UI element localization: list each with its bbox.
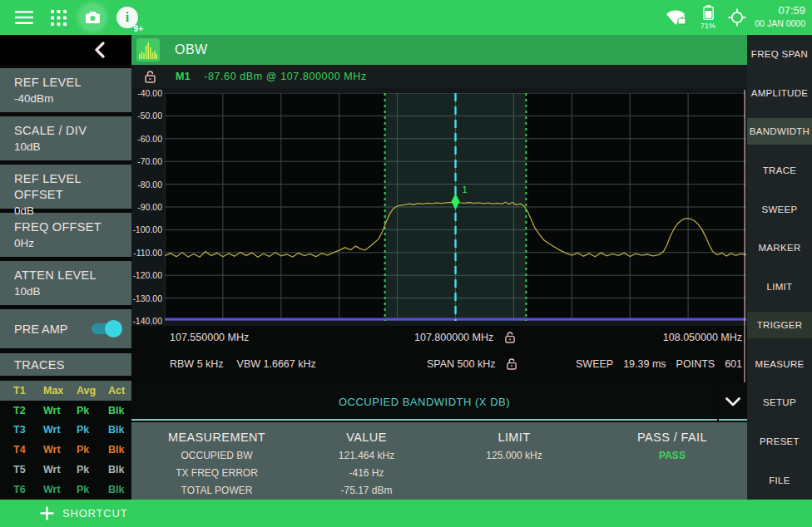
span-lock-icon[interactable] bbox=[507, 358, 517, 370]
wifi-status[interactable] bbox=[664, 0, 689, 35]
center-freq[interactable]: 107.800000 MHz bbox=[414, 332, 493, 343]
trace-cell: Act bbox=[108, 385, 131, 396]
shortcut-label: SHORTCUT bbox=[62, 507, 127, 520]
ref-level-value: -40dBm bbox=[14, 91, 131, 107]
menu-item-limit[interactable]: LIMIT bbox=[747, 267, 812, 306]
menu-item-sweep[interactable]: SWEEP bbox=[747, 190, 812, 229]
trace-cell: Avg bbox=[77, 385, 108, 396]
results-header-row: MEASUREMENT VALUE LIMIT PASS / FAIL bbox=[131, 427, 747, 447]
ref-level-button[interactable]: REF LEVEL -40dBm bbox=[0, 68, 131, 112]
menu-item-amplitude[interactable]: AMPLITUDE bbox=[747, 74, 812, 113]
add-shortcut-button[interactable] bbox=[40, 506, 54, 520]
marker-readout-bar[interactable]: M1 -87.60 dBm @ 107.800000 MHz bbox=[131, 65, 747, 88]
right-menu: FREQ SPANAMPLITUDEBANDWIDTHTRACESWEEPMAR… bbox=[747, 35, 812, 500]
points-value[interactable]: 601 bbox=[725, 358, 742, 370]
atten-level-button[interactable]: ATTEN LEVEL 10dB bbox=[0, 261, 131, 305]
trace-row-t3[interactable]: T3WrtPkBlk bbox=[0, 421, 131, 441]
trace-cell: Pk bbox=[77, 444, 108, 456]
y-axis-tick: -120.00 bbox=[131, 269, 162, 281]
menu-item-trigger[interactable]: TRIGGER bbox=[747, 306, 812, 345]
freq-offset-button[interactable]: FREQ OFFSET 0Hz bbox=[0, 213, 131, 257]
menu-item-preset[interactable]: PRESET bbox=[747, 422, 812, 461]
y-axis-tick: -70.00 bbox=[131, 155, 162, 167]
amplitude-controls: REF LEVEL -40dBm SCALE / DIV 10dB REF LE… bbox=[0, 68, 131, 376]
frequency-axis-row: 107.550000 MHz 107.800000 MHz 108.050000… bbox=[131, 326, 747, 351]
traces-header: TRACES bbox=[0, 353, 131, 376]
result-cell: 121.464 kHz bbox=[302, 447, 431, 465]
trace-cell: T5 bbox=[13, 464, 43, 475]
pre-amp-toggle[interactable] bbox=[92, 323, 120, 334]
y-axis-tick: -100.00 bbox=[131, 224, 162, 235]
menu-item-bandwidth[interactable]: BANDWIDTH bbox=[747, 112, 812, 151]
trace-cell: Blk bbox=[108, 444, 131, 456]
toggle-knob bbox=[105, 320, 122, 337]
menu-item-label: PRESET bbox=[747, 428, 812, 455]
apps-grid-icon[interactable] bbox=[47, 0, 69, 35]
menu-item-trace[interactable]: TRACE bbox=[747, 151, 812, 190]
menu-item-setup[interactable]: SETUP bbox=[747, 383, 812, 422]
result-row-occupied-bw: OCCUPIED BW121.464 kHz125.000 kHzPASS bbox=[131, 447, 747, 465]
trace-row-t1[interactable]: T1MaxAvgAct bbox=[0, 381, 131, 401]
notifications-button[interactable]: i 9+ bbox=[113, 0, 141, 35]
trace-cell: Wrt bbox=[43, 424, 77, 436]
result-cell bbox=[431, 482, 597, 500]
measurement-mode-label: OCCUPIED BANDWIDTH (X DB) bbox=[339, 396, 510, 408]
menu-item-marker[interactable]: MARKER bbox=[747, 229, 812, 268]
spectrum-icon bbox=[136, 38, 160, 62]
battery-percent: 71% bbox=[701, 22, 715, 30]
result-cell: TX FREQ ERROR bbox=[131, 465, 302, 482]
trace-row-t2[interactable]: T2WrtPkBlk bbox=[0, 401, 131, 421]
time-text: 07:59 bbox=[745, 3, 805, 17]
sweep-value[interactable]: 19.39 ms bbox=[623, 358, 666, 370]
dropdown-expand-button[interactable] bbox=[719, 384, 747, 421]
trace-cell: Blk bbox=[108, 424, 131, 436]
result-cell bbox=[597, 482, 747, 500]
trace-row-t5[interactable]: T5WrtPkBlk bbox=[0, 460, 131, 480]
y-axis-tick: -110.00 bbox=[131, 247, 162, 259]
battery-status[interactable]: 71% bbox=[697, 0, 719, 35]
spectrum-chart[interactable]: -40.00-50.00-60.00-70.00-80.00-90.00-100… bbox=[131, 88, 747, 326]
span-value[interactable]: SPAN 500 kHz bbox=[427, 358, 495, 370]
menu-item-measure[interactable]: MEASURE bbox=[747, 345, 812, 384]
atten-level-value: 10dB bbox=[14, 283, 131, 300]
trace-table: T1MaxAvgActT2WrtPkBlkT3WrtPkBlkT4WrtPkBl… bbox=[0, 381, 131, 500]
measurement-mode-bar[interactable]: OCCUPIED BANDWIDTH (X DB) bbox=[131, 384, 717, 421]
notification-badge: 9+ bbox=[134, 24, 143, 33]
rbw-value[interactable]: RBW 5 kHz bbox=[170, 358, 224, 370]
menu-icon[interactable] bbox=[12, 0, 37, 35]
start-freq[interactable]: 107.550000 MHz bbox=[170, 332, 249, 343]
trace-cell: T3 bbox=[13, 424, 43, 436]
trace-cell: Blk bbox=[108, 484, 131, 495]
trace-row-t6[interactable]: T6WrtPkBlk bbox=[0, 480, 131, 500]
plot-area[interactable]: 1 bbox=[165, 93, 746, 321]
pre-amp-row: PRE AMP bbox=[0, 309, 131, 348]
result-cell: 125.000 kHz bbox=[431, 447, 597, 465]
chevron-left-icon bbox=[94, 42, 105, 58]
y-axis-tick: -50.00 bbox=[131, 110, 162, 121]
scale-div-button[interactable]: SCALE / DIV 10dB bbox=[0, 116, 131, 160]
trace-cell: Pk bbox=[77, 405, 108, 416]
clock[interactable]: 07:59 00 JAN 0000 bbox=[745, 3, 805, 29]
battery-icon bbox=[703, 5, 714, 20]
ref-level-offset-button[interactable]: REF LEVEL OFFSET 0dB bbox=[0, 165, 131, 209]
panel-collapse-button[interactable] bbox=[0, 35, 131, 65]
top-status-bar: i 9+ 71% bbox=[0, 0, 812, 35]
screenshot-button[interactable] bbox=[79, 0, 106, 35]
y-axis-tick: -90.00 bbox=[131, 201, 162, 213]
menu-item-file[interactable]: FILE bbox=[747, 461, 812, 500]
bandwidth-info-row: RBW 5 kHz VBW 1.6667 kHz SPAN 500 kHz SW… bbox=[131, 352, 747, 377]
trace-cell: T1 bbox=[13, 385, 43, 396]
camera-icon bbox=[80, 5, 105, 30]
stop-freq[interactable]: 108.050000 MHz bbox=[663, 332, 742, 343]
trace-row-t4[interactable]: T4WrtPkBlk bbox=[0, 440, 131, 460]
vbw-value[interactable]: VBW 1.6667 kHz bbox=[237, 358, 316, 370]
result-cell bbox=[431, 465, 597, 482]
trace-cell: Pk bbox=[77, 484, 108, 495]
pass-fail-value: PASS bbox=[597, 447, 747, 465]
analyzer-screen: i 9+ 71% bbox=[0, 0, 812, 527]
trace-cell: Wrt bbox=[43, 405, 77, 416]
shortcut-bar: SHORTCUT bbox=[0, 500, 812, 527]
menu-item-freq-span[interactable]: FREQ SPAN bbox=[747, 35, 812, 74]
menu-item-label: FREQ SPAN bbox=[747, 41, 812, 67]
freq-lock-icon[interactable] bbox=[505, 332, 515, 343]
